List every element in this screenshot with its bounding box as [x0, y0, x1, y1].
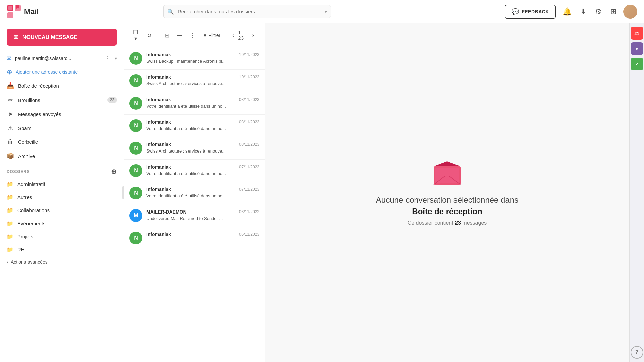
folder-autres[interactable]: 📁 Autres [0, 191, 124, 204]
email-sender: Infomaniak [146, 74, 171, 80]
folder-collaborations[interactable]: 📁 Collaborations [0, 204, 124, 217]
account-expand-icon[interactable]: ▾ [115, 56, 117, 61]
right-icon-app2[interactable]: ✓ [631, 58, 643, 70]
archive-icon: 📦 [7, 152, 14, 160]
email-date: 07/11/2023 [239, 187, 259, 192]
filter-button[interactable]: ≡ Filtrer [200, 31, 224, 39]
nav-spam[interactable]: ⚠ Spam [0, 121, 124, 135]
folder-label: RH [17, 247, 25, 252]
email-sender: MAILER-DAEMON [146, 209, 187, 215]
grid-icon[interactable]: ⊞ [608, 5, 619, 18]
select-all-button[interactable]: ☐ ▾ [129, 27, 142, 43]
logo-icon [7, 4, 21, 19]
folder-label: Evénements [17, 221, 45, 226]
spam-label: Spam [18, 125, 117, 131]
email-sender: Infomaniak [146, 187, 171, 192]
settings-icon[interactable]: ⚙ [593, 5, 604, 18]
email-content: Infomaniak 08/11/2023 Swiss Architecture… [146, 142, 259, 154]
email-subject: Swiss Architecture : services à renouve.… [146, 81, 259, 86]
mail-icon: ✉ [7, 55, 12, 62]
help-button[interactable]: ? [631, 346, 643, 359]
sidebar-collapse-handle[interactable]: ‹ [122, 186, 124, 199]
folder-evenements[interactable]: 📁 Evénements [0, 217, 124, 230]
email-header: Infomaniak 08/11/2023 [146, 142, 259, 147]
nav-drafts[interactable]: ✏ Brouillons 23 [0, 93, 124, 107]
email-content: Infomaniak 08/11/2023 Votre identifiant … [146, 97, 259, 109]
email-item[interactable]: N Infomaniak 07/11/2023 Votre identifian… [124, 182, 265, 204]
account-more-icon[interactable]: ⋮ [103, 54, 111, 63]
main-layout: ✉ NOUVEAU MESSAGE ✉ pauline.martin@swiss… [0, 23, 644, 362]
email-item[interactable]: N Infomaniak 08/11/2023 Swiss Architectu… [124, 137, 265, 160]
email-header: Infomaniak 10/11/2023 [146, 74, 259, 80]
toolbar-divider [158, 32, 158, 39]
folder-projets[interactable]: 📁 Projets [0, 230, 124, 243]
email-sender: Infomaniak [146, 142, 171, 147]
email-item[interactable]: N Infomaniak 10/11/2023 Swiss Backup : m… [124, 47, 265, 70]
right-icon-app1[interactable]: ● [631, 42, 643, 55]
email-date: 06/11/2023 [239, 232, 259, 237]
feedback-button[interactable]: 💬 FEEDBACK [505, 5, 556, 19]
email-item[interactable]: N Infomaniak 07/11/2023 Votre identifian… [124, 160, 265, 182]
right-sidebar: 21 ● ✓ ? [629, 23, 644, 362]
email-date: 10/11/2023 [239, 52, 259, 57]
email-content: Infomaniak 07/11/2023 Votre identifiant … [146, 187, 259, 198]
email-subject: Votre identifiant a été utilisé dans un … [146, 104, 259, 109]
email-item[interactable]: N Infomaniak 08/11/2023 Votre identifian… [124, 92, 265, 115]
folder-label: Administratif [17, 181, 45, 187]
add-address-row[interactable]: ⊕ Ajouter une adresse existante [0, 65, 124, 79]
archive-button[interactable]: ⊟ [163, 31, 171, 40]
refresh-button[interactable]: ↻ [145, 31, 153, 40]
avatar[interactable] [623, 5, 637, 19]
email-header: Infomaniak 08/11/2023 [146, 119, 259, 125]
drafts-label: Brouillons [18, 97, 103, 103]
email-header: Infomaniak 07/11/2023 [146, 187, 259, 192]
email-item[interactable]: M MAILER-DAEMON 06/11/2023 Undelivered M… [124, 204, 265, 227]
folder-administratif[interactable]: 📁 Administratif [0, 178, 124, 191]
drafts-badge: 23 [107, 97, 117, 103]
feedback-icon: 💬 [512, 8, 519, 15]
email-item[interactable]: N Infomaniak 06/11/2023 [124, 227, 265, 249]
empty-state-inbox-name: Boîte de réception [412, 207, 482, 216]
nav-trash[interactable]: 🗑 Corbeille [0, 135, 124, 149]
search-icon: 🔍 [167, 8, 174, 15]
email-header: Infomaniak 10/11/2023 [146, 52, 259, 57]
trash-icon: 🗑 [7, 138, 14, 145]
email-avatar: N [129, 119, 142, 132]
prev-page-button[interactable]: ‹ [230, 32, 236, 39]
email-header: Infomaniak 06/11/2023 [146, 232, 259, 237]
delete-button[interactable]: — [175, 31, 184, 40]
email-date: 08/11/2023 [239, 142, 259, 147]
account-row[interactable]: ✉ pauline.martin@swissarc... ⋮ ▾ [0, 51, 124, 65]
nav-inbox[interactable]: 📥 Boîte de réception [0, 79, 124, 93]
new-message-button[interactable]: ✉ NOUVEAU MESSAGE [7, 29, 117, 46]
search-dropdown-icon[interactable]: ▾ [325, 9, 327, 14]
email-item[interactable]: N Infomaniak 10/11/2023 Swiss Architectu… [124, 70, 265, 92]
notifications-icon[interactable]: 🔔 [560, 5, 574, 18]
email-sender: Infomaniak [146, 97, 171, 102]
email-avatar: N [129, 52, 142, 65]
spam-icon: ⚠ [7, 124, 14, 132]
more-actions-button[interactable]: ⋮ [187, 31, 197, 40]
email-header: Infomaniak 08/11/2023 [146, 97, 259, 102]
email-sender: Infomaniak [146, 164, 171, 170]
nav-sent[interactable]: ➤ Messages envoyés [0, 107, 124, 121]
search-input[interactable] [163, 5, 331, 18]
folder-icon: 📁 [7, 220, 13, 227]
email-item[interactable]: N Infomaniak 08/11/2023 Votre identifian… [124, 115, 265, 137]
svg-rect-2 [7, 12, 13, 18]
empty-state-text4: messages [461, 220, 487, 226]
folder-rh[interactable]: 📁 RH [0, 243, 124, 256]
empty-state: Aucune conversation sélectionnée dans Bo… [376, 160, 518, 226]
download-icon[interactable]: ⬇ [578, 5, 588, 18]
add-address-label: Ajouter une adresse existante [16, 69, 78, 75]
next-page-button[interactable]: › [250, 32, 256, 39]
email-header: MAILER-DAEMON 06/11/2023 [146, 209, 259, 215]
email-subject: Votre identifiant a été utilisé dans un … [146, 193, 259, 198]
nav-archive[interactable]: 📦 Archive [0, 149, 124, 163]
search-bar[interactable]: 🔍 ▾ [163, 5, 331, 18]
right-icon-notifications[interactable]: 21 [631, 27, 643, 40]
add-folder-icon[interactable]: ⊕ [111, 168, 117, 176]
advanced-actions[interactable]: › Actions avancées [0, 256, 124, 268]
email-subject: Swiss Architecture : services à renouve.… [146, 148, 259, 154]
dossiers-header: DOSSIERS ⊕ [0, 163, 124, 178]
